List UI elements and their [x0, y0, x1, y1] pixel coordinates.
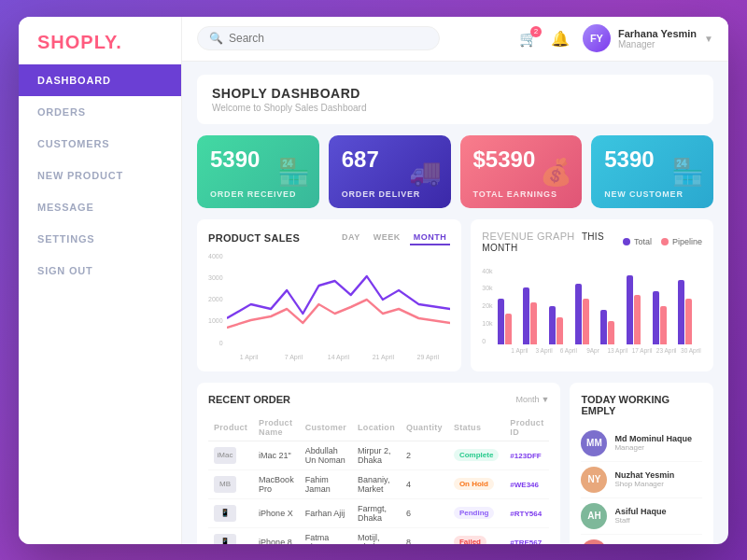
money-icon: 💰	[540, 156, 572, 187]
emp-avatar: AH	[581, 503, 607, 529]
emp-info: Arman Hosain Manager	[614, 543, 671, 544]
stat-card-deliver: 687 ORDER DELIVER 🚚	[329, 135, 451, 208]
user-text: Farhana Yesmin Manager	[618, 28, 697, 49]
main-content: 🔍 🛒 2 🔔 FY Farhana Yesmin Manager ▼	[182, 17, 728, 544]
table-row: 📱 iPhone 8 Fatma Khatun Motijl, Dhaka 8 …	[208, 527, 549, 544]
tab-month[interactable]: MONTH	[410, 231, 451, 245]
cell-product: 📱	[208, 527, 253, 544]
cell-name: iMac 21"	[253, 441, 300, 469]
cart-icon[interactable]: 🛒 2	[519, 30, 538, 48]
emp-avatar: MM	[581, 430, 607, 456]
sidebar-item-customers[interactable]: CUSTOMERS	[19, 128, 181, 160]
cell-location: Mirpur 2, Dhaka	[352, 441, 401, 469]
orders-filter[interactable]: Month ▼	[516, 395, 550, 404]
product-id: #123DFF	[510, 452, 541, 460]
bar-group-1	[498, 299, 522, 344]
chart-title-sales: PRODUCT SALES	[208, 232, 300, 244]
cell-qty: 2	[401, 441, 448, 469]
chart-title-revenue: REVENUE GRAPH THIS MONTH	[482, 231, 623, 253]
product-thumbnail: MB	[214, 476, 236, 493]
employee-item: AR Arman Hosain Manager	[581, 535, 702, 544]
table-row: MB MacBook Pro Fahim Jaman Bananiy, Mark…	[208, 469, 549, 498]
orders-section-header: RECENT ORDER Month ▼	[208, 394, 549, 405]
sidebar-item-sign-out[interactable]: SIGN OUT	[19, 255, 181, 287]
emp-avatar: NY	[581, 467, 607, 493]
tab-day[interactable]: DAY	[338, 231, 364, 245]
line-chart-svg	[227, 253, 451, 346]
emp-name: Nuzhat Yesmin	[614, 470, 674, 480]
product-thumbnail: 📱	[214, 505, 236, 522]
bar-group-6	[627, 275, 651, 344]
today-working-card: TODAY WORKING EMPLY MM Md Mominul Haque …	[570, 383, 713, 544]
cell-product: 📱	[208, 498, 253, 527]
cell-qty: 4	[401, 469, 448, 498]
stat-label-customers: NEW CUSTOMER	[604, 189, 700, 199]
sidebar-item-dashboard[interactable]: DASHBOARD	[19, 64, 181, 96]
table-header-row: Product Product Name Customer Location Q…	[208, 414, 549, 441]
status-badge: Complete	[454, 449, 499, 461]
orders-section-title: RECENT ORDER	[208, 394, 290, 405]
legend-dot-total	[623, 238, 630, 245]
bar-group-8	[678, 280, 702, 344]
tab-week[interactable]: WEEK	[370, 231, 404, 245]
app-logo: SHOPLY.	[19, 17, 181, 64]
employee-item: NY Nuzhat Yesmin Shop Manager	[581, 462, 702, 498]
legend-total: Total	[623, 237, 652, 246]
emp-info: Md Mominul Haque Manager	[614, 434, 692, 452]
chart-header-sales: PRODUCT SALES DAY WEEK MONTH	[208, 231, 450, 245]
revenue-graph-chart: REVENUE GRAPH THIS MONTH Total Pipeline	[471, 219, 713, 371]
stat-card-earnings: $5390 TOTAL EARNINGS 💰	[460, 135, 583, 208]
cell-qty: 8	[401, 527, 448, 544]
sidebar-item-new-product[interactable]: NEW PRODUCT	[19, 160, 181, 191]
employees-section-title: TODAY WORKING EMPLY	[581, 394, 702, 416]
cell-id: #TRE567	[504, 527, 549, 544]
y-labels-sales: 4000 3000 2000 1000 0	[208, 253, 227, 346]
employees-section-header: TODAY WORKING EMPLY	[581, 394, 702, 416]
emp-name: Arman Hosain	[614, 543, 671, 544]
sidebar-item-orders[interactable]: ORDERS	[19, 96, 181, 128]
status-badge: Pending	[454, 507, 495, 519]
chevron-down-icon: ▼	[542, 395, 550, 404]
bar-y-labels: 40k 30k 20k 10k 0	[482, 268, 495, 344]
cell-customer: Farhan Ajij	[300, 498, 352, 527]
col-customer: Customer	[300, 414, 352, 441]
user-info[interactable]: FY Farhana Yesmin Manager ▼	[583, 24, 713, 52]
topbar: 🔍 🛒 2 🔔 FY Farhana Yesmin Manager ▼	[182, 17, 728, 62]
emp-name: Md Mominul Haque	[614, 434, 692, 443]
cart-badge: 2	[530, 26, 542, 37]
search-input[interactable]	[229, 32, 428, 45]
stat-card-customers: 5390 NEW CUSTOMER 🏪	[591, 135, 713, 208]
cell-id: #RTY564	[504, 498, 549, 527]
product-thumbnail: 📱	[214, 534, 236, 544]
cell-qty: 6	[401, 498, 448, 527]
emp-info: Nuzhat Yesmin Shop Manager	[614, 470, 674, 488]
table-row: 📱 iPhone X Farhan Ajij Farmgt, Dhaka 6 P…	[208, 498, 549, 527]
bell-icon[interactable]: 🔔	[551, 30, 570, 48]
cell-location: Motijl, Dhaka	[352, 527, 401, 544]
chevron-down-icon: ▼	[704, 34, 713, 44]
cell-name: iPhone 8	[253, 527, 300, 544]
product-id: #RTY564	[510, 510, 542, 518]
product-sales-chart: PRODUCT SALES DAY WEEK MONTH 4000 3000 2…	[197, 219, 461, 371]
stat-cards: 5390 ORDER RECEIVED 🏪 687 ORDER DELIVER …	[197, 135, 713, 208]
bar-chart: 40k 30k 20k 10k 0	[482, 260, 702, 344]
chart-legend: Total Pipeline	[623, 237, 702, 246]
cell-status: Complete	[448, 441, 504, 469]
search-bar[interactable]: 🔍	[197, 26, 440, 50]
col-qty: Quantity	[401, 414, 448, 441]
legend-pipeline: Pipeline	[661, 237, 702, 246]
emp-role: Shop Manager	[614, 480, 674, 488]
sidebar-item-message[interactable]: MESSAGE	[19, 191, 181, 223]
sidebar-nav: DASHBOARD ORDERS CUSTOMERS NEW PRODUCT M…	[19, 64, 181, 287]
avatar: FY	[583, 24, 611, 52]
orders-table: Product Product Name Customer Location Q…	[208, 414, 549, 544]
emp-avatar: AR	[581, 539, 607, 544]
col-status: Status	[448, 414, 504, 441]
deliver-icon: 🚚	[409, 156, 442, 187]
sidebar-item-settings[interactable]: SETTINGS	[19, 223, 181, 255]
cell-name: MacBook Pro	[253, 469, 300, 498]
bar-group-5	[600, 310, 625, 344]
recent-orders-card: RECENT ORDER Month ▼ Product Product Nam…	[197, 383, 560, 544]
emp-role: Manager	[614, 443, 692, 452]
page-title: SHOPLY DASHBOARD	[212, 86, 698, 101]
